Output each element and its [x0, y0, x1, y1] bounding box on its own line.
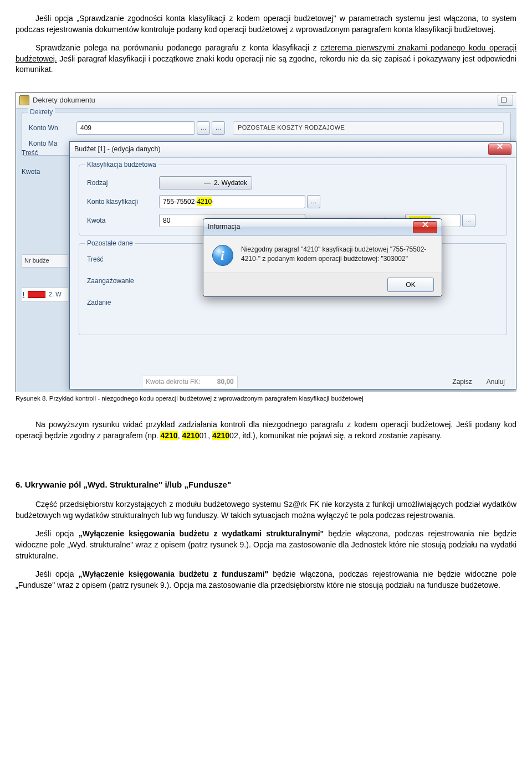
- p5a: Jeśli opcja: [35, 529, 79, 538]
- budzet-title: Budżet [1] - (edycja danych): [74, 145, 161, 155]
- p2b: Jeśli paragraf klasyfikacji i początkowe…: [16, 54, 516, 74]
- info-title: Informacja: [208, 222, 240, 232]
- hl-4210-c: 4210: [212, 431, 229, 440]
- budzet-dialog: Budżet [1] - (edycja danych) Klasyfikacj…: [69, 141, 516, 389]
- section6-para2: Jeśli opcja „Wyłączenie księgowania budż…: [16, 529, 516, 561]
- zapisz-button[interactable]: Zapisz: [452, 377, 472, 387]
- hl-4210-b: 4210: [182, 431, 199, 440]
- bottom-kwota-strip: Kwota dekretu FK: 80,00: [142, 376, 238, 388]
- kodop-browse[interactable]: …: [462, 214, 475, 227]
- p2a: Sprawdzanie polega na porównaniu podaneg…: [35, 43, 320, 52]
- section-6-heading: 6. Ukrywanie pól „Wyd. Strukturalne" i/l…: [16, 479, 516, 490]
- anuluj-button[interactable]: Anuluj: [487, 377, 505, 387]
- poz-zaang-label: Zaangażowanie: [87, 276, 159, 286]
- paragraph-intro-1: Jeśli opcja „Sprawdzanie zgodności konta…: [16, 13, 516, 35]
- kontoklas-browse[interactable]: …: [307, 195, 320, 208]
- bottom-kwota-label: Kwota dekretu FK:: [146, 377, 201, 387]
- info-messagebox: Informacja Niezgodny paragraf "4210" kas…: [203, 218, 442, 297]
- rodzaj-select[interactable]: — 2. Wydatek: [159, 176, 252, 189]
- kontoklas-pre: 755-75502-: [163, 197, 197, 207]
- section6-para1: Część przedsiębiorstw korzystających z m…: [16, 499, 516, 521]
- p6-option-bold: „Wyłączenie księgowania budżetu z fundus…: [79, 570, 269, 578]
- kontoklas-highlight: 4210: [197, 197, 212, 207]
- kontoklas-suf: -: [212, 197, 214, 207]
- row-indicator: I: [23, 290, 24, 299]
- pozostale-group-label: Pozostałe dane: [85, 239, 135, 248]
- app-icon: [19, 95, 29, 105]
- kontoklas-input[interactable]: 755-75502-4210-: [159, 195, 305, 208]
- konto-wn-label: Konto Wn: [29, 124, 76, 133]
- window-title: Dekrety dokumentu: [33, 95, 95, 105]
- rodzaj-value: 2. Wydatek: [214, 178, 247, 188]
- window-titlebar: Dekrety dokumentu: [16, 93, 516, 109]
- hl-4210-a: 4210: [160, 431, 177, 440]
- section6-para3: Jeśli opcja „Wyłączenie księgowania budż…: [16, 569, 516, 591]
- kwota-value: 80: [163, 216, 170, 225]
- kontoklas-label: Konto klasyfikacji: [87, 197, 159, 207]
- konto-wn-description: POZOSTAŁE KOSZTY RODZAJOWE: [233, 121, 504, 135]
- p6a: Jeśli opcja: [35, 570, 79, 578]
- p3d: 02, itd.), komunikat nie pojawi się, a r…: [229, 431, 442, 440]
- selected-row-fragment[interactable]: I 2. W: [22, 288, 68, 302]
- konto-wn-browse-1[interactable]: …: [197, 121, 210, 135]
- row-label: 2. W: [49, 290, 62, 299]
- kwota-label: Kwota: [22, 162, 68, 181]
- nrbudze-header: Nr budże: [22, 254, 68, 268]
- left-background-fragments: Treść Kwota Nr budże I 2. W: [22, 143, 68, 302]
- red-bar-icon: [28, 291, 45, 298]
- restore-button[interactable]: [498, 95, 513, 106]
- rodzaj-handle-icon: —: [204, 178, 214, 188]
- p5-option-bold: „Wyłączenie księgowania budżetu z wydatk…: [79, 529, 324, 538]
- info-icon: [212, 245, 233, 266]
- bottom-kwota-value: 80,00: [217, 377, 234, 387]
- tresc-label: Treść: [22, 143, 68, 162]
- rodzaj-label: Rodzaj: [87, 178, 159, 188]
- paragraph-intro-2: Sprawdzanie polega na porównaniu podaneg…: [16, 43, 516, 75]
- budzet-close-button[interactable]: [488, 143, 511, 155]
- klasyfikacja-group-label: Klasyfikacja budżetowa: [85, 160, 158, 170]
- info-titlebar: Informacja: [203, 219, 442, 236]
- figure-caption: Rysunek 8. Przykład kontroli - niezgodne…: [16, 394, 516, 403]
- dekrety-group-label: Dekrety: [28, 107, 55, 117]
- info-message-text: Niezgodny paragraf "4210" kasyfikacji bu…: [241, 245, 433, 266]
- konto-wn-browse-2[interactable]: …: [212, 121, 225, 135]
- budzet-titlebar: Budżet [1] - (edycja danych): [70, 142, 516, 158]
- paragraph-after-fig: Na powyższym rysunku widać przykład zadz…: [16, 419, 516, 441]
- p3c: 01,: [200, 431, 212, 440]
- poz-zadanie-label: Zadanie: [87, 298, 159, 307]
- konto-wn-input[interactable]: 409: [76, 121, 195, 135]
- ok-button[interactable]: OK: [387, 278, 434, 292]
- screenshot-figure: Dekrety dokumentu Dekrety Konto Wn 409 ……: [16, 92, 516, 392]
- kwota2-label: Kwota: [87, 216, 159, 225]
- info-close-button[interactable]: [413, 221, 437, 233]
- poz-tresc-label: Treść: [87, 255, 159, 264]
